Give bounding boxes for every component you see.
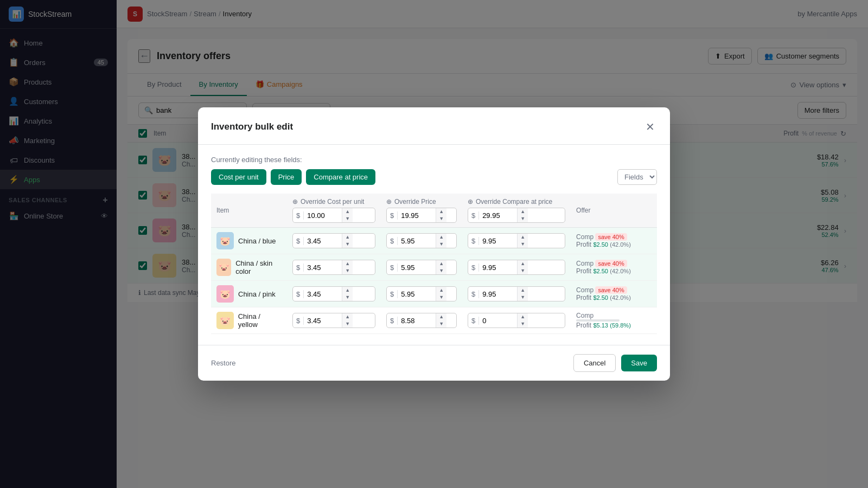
row1-cost-up[interactable]: ▲ <box>342 234 353 241</box>
row4-price-field[interactable] <box>398 314 436 328</box>
row1-price-field[interactable] <box>398 234 436 248</box>
compare-icon: ⊕ <box>468 198 473 206</box>
row1-cost-field[interactable] <box>304 234 342 248</box>
bulk-price-cell-4: $ ▲ ▼ <box>381 307 462 334</box>
row3-compare-up[interactable]: ▲ <box>518 287 528 294</box>
row4-compare-down[interactable]: ▼ <box>518 320 528 328</box>
cost-down[interactable]: ▼ <box>342 215 353 222</box>
th-price-label: Override Price <box>394 198 436 206</box>
row3-price-spinners: ▲ ▼ <box>436 287 446 301</box>
profit-pct-3: (42.0%) <box>610 294 631 301</box>
compare-spinners: ▲ ▼ <box>517 208 528 222</box>
row1-price-input: $ ▲ ▼ <box>386 233 457 248</box>
default-price-field[interactable] <box>398 209 436 222</box>
field-tags: Cost per unit Price Compare at price Fie… <box>211 169 657 185</box>
save-badge-1: save 40% <box>595 233 627 241</box>
save-button[interactable]: Save <box>621 355 657 371</box>
item-with-img-2: 🐷 China / skin color <box>216 259 282 276</box>
row4-cost-field[interactable] <box>304 314 342 328</box>
row4-cost-input: $ ▲ ▼ <box>292 313 375 328</box>
row3-price-field[interactable] <box>398 287 436 301</box>
row2-price-field[interactable] <box>398 261 436 274</box>
default-compare-field[interactable] <box>479 209 517 222</box>
row1-cost-down[interactable]: ▼ <box>342 241 353 248</box>
offer-comp-2: Comp save 40% <box>576 260 652 267</box>
bulk-item-img-1: 🐷 <box>216 232 234 249</box>
modal-footer: Restore Cancel Save <box>198 345 670 381</box>
price-down[interactable]: ▼ <box>436 215 446 222</box>
row4-cost-down[interactable]: ▼ <box>342 320 353 328</box>
row1-compare-up[interactable]: ▲ <box>518 234 528 241</box>
row2-compare-field[interactable] <box>479 261 517 274</box>
field-tag-compare[interactable]: Compare at price <box>306 169 375 185</box>
th-compare-label: Override Compare at price <box>476 198 552 206</box>
row3-price-up[interactable]: ▲ <box>436 287 446 294</box>
bulk-cost-cell-2: $ ▲ ▼ <box>287 254 381 281</box>
row4-compare-up[interactable]: ▲ <box>518 313 528 320</box>
row1-price-up[interactable]: ▲ <box>436 234 446 241</box>
cancel-button[interactable]: Cancel <box>573 354 616 372</box>
profit-pct-2: (42.0%) <box>610 268 631 274</box>
row1-compare-down[interactable]: ▼ <box>518 241 528 248</box>
editing-fields: Currently editing these fields: Cost per… <box>211 156 657 185</box>
bulk-item-2: 🐷 China / skin color <box>211 254 287 281</box>
row4-cost-spinners: ▲ ▼ <box>342 313 353 328</box>
row4-price-up[interactable]: ▲ <box>436 313 446 320</box>
row2-compare-down[interactable]: ▼ <box>518 267 528 274</box>
row3-cost-down[interactable]: ▼ <box>342 294 353 301</box>
restore-button[interactable]: Restore <box>211 359 236 367</box>
bulk-row-2: 🐷 China / skin color $ ▲ ▼ <box>211 254 657 281</box>
row4-cost-up[interactable]: ▲ <box>342 313 353 320</box>
profit-val-4: $5.13 <box>593 322 608 329</box>
row3-cost-input: $ ▲ ▼ <box>292 286 375 301</box>
col-header-price: ⊕ Override Price <box>386 198 457 206</box>
row2-cost-field[interactable] <box>304 261 342 274</box>
col-header-cost: ⊕ Override Cost per unit <box>292 198 375 206</box>
bulk-row-3: 🐷 China / pink $ ▲ ▼ <box>211 281 657 307</box>
row1-compare-field[interactable] <box>479 234 517 248</box>
row2-cost-up[interactable]: ▲ <box>342 260 353 267</box>
bulk-item-3: 🐷 China / pink <box>211 281 287 307</box>
row1-price-down[interactable]: ▼ <box>436 241 446 248</box>
bulk-compare-cell-3: $ ▲ ▼ <box>462 281 571 307</box>
row2-cost-input: $ ▲ ▼ <box>292 260 375 275</box>
row2-price-spinners: ▲ ▼ <box>436 260 446 274</box>
row2-cost-down[interactable]: ▼ <box>342 267 353 274</box>
row3-cost-field[interactable] <box>304 287 342 301</box>
offer-comp-4: Comp <box>576 312 652 322</box>
row1-compare-spinners: ▲ ▼ <box>517 234 528 248</box>
row2-compare-spinners: ▲ ▼ <box>517 260 528 274</box>
bulk-item-name-3: China / pink <box>238 290 276 298</box>
compare-up[interactable]: ▲ <box>518 208 528 215</box>
compare-down[interactable]: ▼ <box>518 215 528 222</box>
modal-close-button[interactable]: ✕ <box>643 118 657 136</box>
row3-price-down[interactable]: ▼ <box>436 294 446 301</box>
bulk-compare-cell-2: $ ▲ ▼ <box>462 254 571 281</box>
profit-val-1: $2.50 <box>593 241 608 248</box>
modal-header: Inventory bulk edit ✕ <box>198 107 670 145</box>
row4-compare-field[interactable] <box>479 314 517 328</box>
row3-cost-up[interactable]: ▲ <box>342 287 353 294</box>
row2-cost-spinners: ▲ ▼ <box>342 260 353 274</box>
price-currency-symbol: $ <box>387 211 398 220</box>
default-compare-input: $ ▲ ▼ <box>468 208 565 223</box>
row3-compare-down[interactable]: ▼ <box>518 294 528 301</box>
default-cost-field[interactable] <box>304 209 342 222</box>
bulk-table-body: 🐷 China / blue $ ▲ ▼ <box>211 228 657 334</box>
row3-compare-field[interactable] <box>479 287 517 301</box>
row4-price-down[interactable]: ▼ <box>436 320 446 328</box>
row2-compare-up[interactable]: ▲ <box>518 260 528 267</box>
row2-price-down[interactable]: ▼ <box>436 267 446 274</box>
field-selector-dropdown[interactable]: Fields <box>617 169 657 185</box>
modal-body: Currently editing these fields: Cost per… <box>198 145 670 345</box>
row3-compare-spinners: ▲ ▼ <box>517 287 528 301</box>
price-up[interactable]: ▲ <box>436 208 446 215</box>
th-offer: Offer <box>571 194 657 228</box>
row2-price-input: $ ▲ ▼ <box>386 260 457 275</box>
cost-up[interactable]: ▲ <box>342 208 353 215</box>
field-tag-cost[interactable]: Cost per unit <box>211 169 266 185</box>
field-tag-price[interactable]: Price <box>271 169 302 185</box>
item-with-img-4: 🐷 China / yellow <box>216 312 282 329</box>
row2-price-up[interactable]: ▲ <box>436 260 446 267</box>
profit-val-3: $2.50 <box>593 294 608 301</box>
